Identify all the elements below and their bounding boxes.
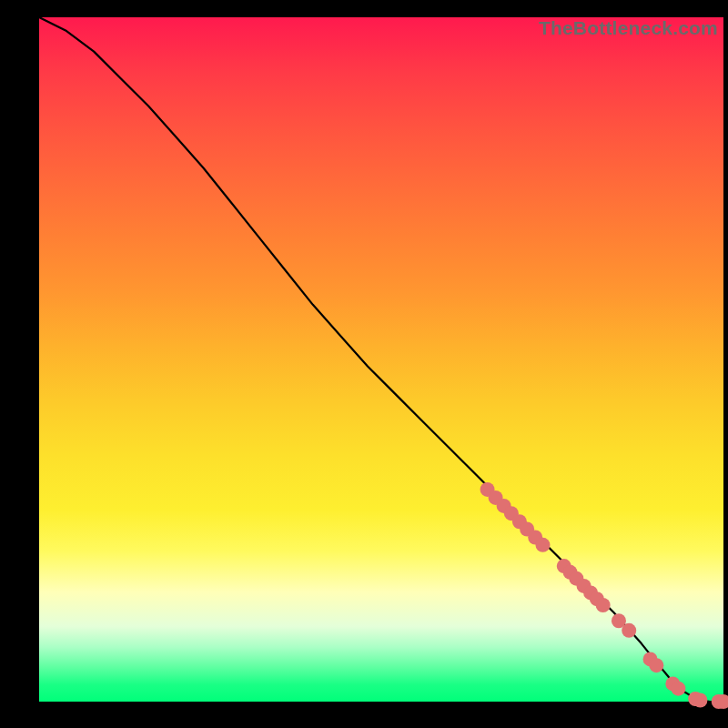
data-dot	[649, 658, 663, 672]
data-dot	[671, 682, 685, 696]
curve-svg	[39, 17, 723, 702]
curve-line	[39, 17, 723, 702]
data-dot	[535, 538, 550, 552]
plot-area: TheBottleneck.com	[39, 17, 723, 702]
chart-stage: TheBottleneck.com	[0, 0, 728, 728]
dot-group	[480, 482, 728, 709]
data-dot	[622, 623, 636, 638]
data-dot	[596, 598, 611, 612]
data-dot	[693, 693, 707, 708]
